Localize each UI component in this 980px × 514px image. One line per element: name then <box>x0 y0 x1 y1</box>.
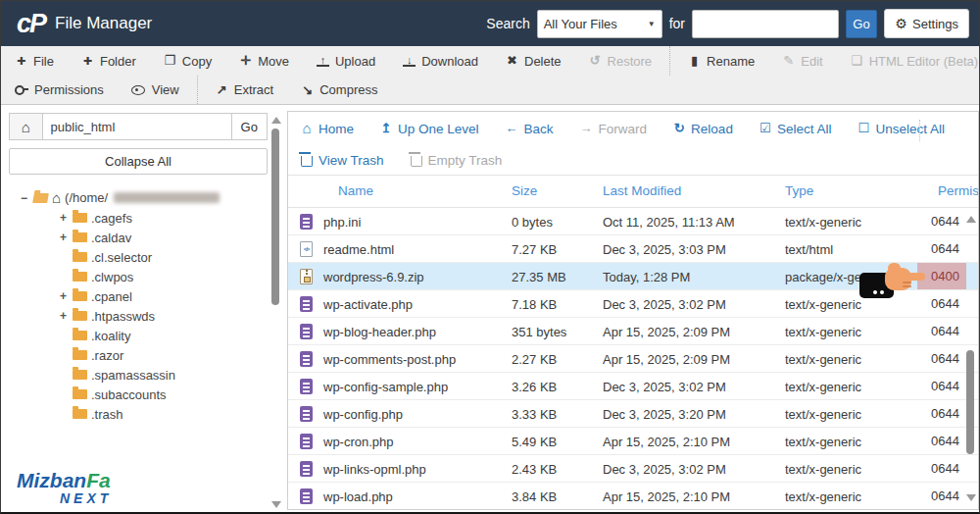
file-type: text/x-generic <box>785 214 861 229</box>
expand-toggle[interactable]: + <box>58 211 69 225</box>
compress-icon <box>301 83 314 97</box>
toolbar-button[interactable]: Rename <box>674 46 768 76</box>
toolbar-button[interactable]: Restore <box>575 46 666 76</box>
scrollbar-thumb[interactable] <box>271 128 279 305</box>
tree-folder-item[interactable]: .razor <box>9 345 283 365</box>
column-header-type[interactable]: Type <box>785 183 813 198</box>
search-input[interactable] <box>692 10 839 38</box>
table-row[interactable]: readme.html 7.27 KB Dec 3, 2025, 3:03 PM… <box>288 235 978 263</box>
toolbar-button[interactable]: Extract <box>202 76 287 104</box>
toolbar-button[interactable]: Download <box>389 46 492 76</box>
trash-link[interactable]: Empty Trash <box>411 153 503 168</box>
toolbar-button[interactable]: Move <box>225 46 303 76</box>
file-type: text/x-generic <box>785 488 861 503</box>
file-name[interactable]: wp-cron.php <box>323 434 394 448</box>
file-name[interactable]: wp-blog-header.php <box>323 324 436 338</box>
tree-folder-item[interactable]: .trash <box>9 404 283 424</box>
file-name[interactable]: wp-load.php <box>323 488 393 503</box>
file-name[interactable]: wp-config-sample.php <box>323 379 448 393</box>
table-row[interactable]: wp-activate.php 7.18 KB Dec 3, 2025, 3:0… <box>288 290 978 318</box>
search-scope-select[interactable]: All Your Files ▼ <box>537 10 662 38</box>
file-type: text/html <box>785 241 833 256</box>
file-size: 2.27 KB <box>512 351 557 366</box>
scroll-down-arrow[interactable] <box>966 494 976 501</box>
nav-link[interactable]: Reload <box>673 122 733 136</box>
folder-name: .cpanel <box>91 289 132 304</box>
tree-root-item[interactable]: − ⌂ (/home/ <box>9 187 283 208</box>
tree-folder-item[interactable]: + .htpasswds <box>9 306 283 326</box>
table-row[interactable]: php.ini 0 bytes Oct 11, 2025, 11:13 AM t… <box>288 208 978 235</box>
file-list-scrollbar <box>964 112 976 509</box>
settings-button[interactable]: Settings <box>884 9 969 38</box>
home-directory-button[interactable] <box>9 113 43 140</box>
toolbar-button[interactable]: Folder <box>68 46 150 76</box>
file-name[interactable]: wp-config.php <box>323 406 403 421</box>
search-go-button[interactable]: Go <box>846 10 877 38</box>
trash-link[interactable]: View Trash <box>301 153 384 168</box>
collapse-toggle[interactable]: − <box>19 191 29 205</box>
file-name[interactable]: php.ini <box>323 214 361 229</box>
folder-icon <box>73 213 87 223</box>
file-name[interactable]: readme.html <box>323 241 394 256</box>
nav-link[interactable]: Up One Level <box>380 122 479 136</box>
text-file-icon <box>300 351 313 367</box>
path-go-button[interactable]: Go <box>232 113 268 140</box>
toolbar-button[interactable] <box>669 46 670 76</box>
toolbar-button[interactable]: View <box>118 76 193 104</box>
toolbar-button[interactable]: Permissions <box>1 76 118 104</box>
nav-link[interactable]: Select All <box>760 122 832 136</box>
tree-folder-item[interactable]: .subaccounts <box>9 385 283 404</box>
table-row[interactable]: wp-config.php 3.33 KB Dec 3, 2025, 3:20 … <box>288 400 978 428</box>
toolbar-button[interactable]: File <box>1 46 68 76</box>
column-header-name[interactable]: Name <box>338 183 373 198</box>
collapse-all-button[interactable]: Collapse All <box>9 148 268 175</box>
scroll-up-arrow[interactable] <box>271 117 281 124</box>
table-row[interactable]: wp-comments-post.php 2.27 KB Apr 15, 202… <box>288 345 978 373</box>
file-permissions: 0644 <box>917 290 966 317</box>
table-row[interactable]: wordpress-6.9.zip 27.35 MB Today, 1:28 P… <box>288 263 978 290</box>
file-type: text/x-generic <box>785 324 861 338</box>
toolbar-button[interactable]: HTML Editor (Beta) <box>837 46 980 76</box>
toolbar-button[interactable]: Edit <box>768 46 836 76</box>
toolbar-button[interactable]: Copy <box>150 46 225 76</box>
file-name[interactable]: wp-activate.php <box>323 296 413 311</box>
expand-toggle[interactable]: + <box>58 231 69 244</box>
directory-tree: − ⌂ (/home/ + .cagefs + <box>9 187 283 424</box>
column-header-size[interactable]: Size <box>512 183 537 198</box>
nav-link[interactable]: Back <box>506 122 554 136</box>
toolbar-button[interactable] <box>197 76 198 104</box>
nav-link[interactable]: Home <box>301 122 354 136</box>
html-file-icon <box>300 241 313 257</box>
tree-folder-item[interactable]: + .cpanel <box>9 286 283 306</box>
table-row[interactable]: wp-cron.php 5.49 KB Apr 15, 2025, 2:10 P… <box>288 428 978 455</box>
table-row[interactable]: wp-links-opml.php 2.43 KB Dec 3, 2025, 3… <box>288 455 978 483</box>
scroll-up-arrow[interactable] <box>966 216 976 223</box>
folder-icon <box>73 291 87 301</box>
column-header-last-modified[interactable]: Last Modified <box>603 183 681 198</box>
toolbar-button[interactable]: Upload <box>303 46 389 76</box>
nav-link[interactable]: Forward <box>580 122 648 136</box>
nav-link[interactable]: Unselect All <box>858 122 945 136</box>
tree-folder-item[interactable]: .koality <box>9 326 283 345</box>
file-type: text/x-generic <box>785 351 861 366</box>
tree-folder-item[interactable]: .clwpos <box>9 267 283 286</box>
tree-folder-item[interactable]: .spamassassin <box>9 365 283 385</box>
file-name[interactable]: wp-links-opml.php <box>323 461 426 476</box>
tree-folder-item[interactable]: + .caldav <box>9 228 283 247</box>
scrollbar-thumb[interactable] <box>966 350 974 454</box>
file-name[interactable]: wp-comments-post.php <box>323 351 456 366</box>
toolbar-button[interactable]: Compress <box>287 76 391 104</box>
tree-folder-item[interactable]: .cl.selector <box>9 247 283 267</box>
file-name[interactable]: wordpress-6.9.zip <box>323 269 424 283</box>
tree-items: + .cagefs + .caldav .cl.selector <box>9 208 283 424</box>
toolbar-button[interactable]: Delete <box>492 46 575 76</box>
table-row[interactable]: wp-blog-header.php 351 bytes Apr 15, 202… <box>288 318 978 345</box>
scroll-down-arrow[interactable] <box>271 501 281 508</box>
file-permissions: 0644 <box>917 208 966 234</box>
expand-toggle[interactable]: + <box>58 309 69 323</box>
table-row[interactable]: wp-config-sample.php 3.26 KB Dec 3, 2025… <box>288 373 978 400</box>
path-input[interactable] <box>43 113 232 140</box>
expand-toggle[interactable]: + <box>58 289 69 303</box>
tree-folder-item[interactable]: + .cagefs <box>9 208 283 228</box>
table-row[interactable]: wp-load.php 3.84 KB Apr 15, 2025, 2:10 P… <box>288 483 978 510</box>
